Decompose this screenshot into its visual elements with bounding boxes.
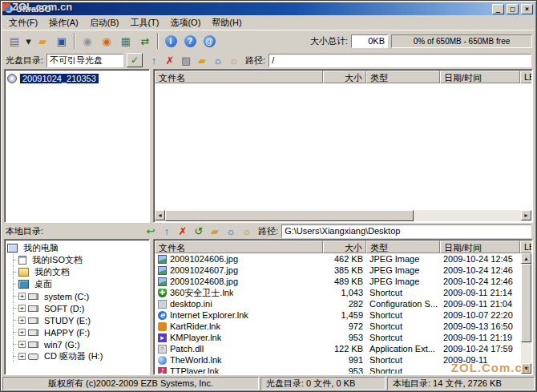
tree-item-label: win7 (G:) <box>42 340 83 350</box>
file-name-cell: ▸KMPlayer.lnk <box>155 332 323 343</box>
file-type-cell: Shortcut <box>366 309 440 321</box>
menu-item[interactable]: 帮助(H) <box>206 15 247 30</box>
mount-icon[interactable]: ▦ <box>116 32 135 50</box>
expander-icon[interactable]: + <box>18 293 26 300</box>
new-image-dropdown-icon[interactable]: ▾ <box>24 32 33 50</box>
new-image-icon[interactable]: ▤ <box>5 32 24 50</box>
new-folder-icon[interactable]: ▰ <box>207 224 223 238</box>
menu-item[interactable]: 选项(O) <box>164 15 206 30</box>
column-header[interactable]: 日期/时间 <box>440 71 520 83</box>
expander-icon[interactable]: + <box>18 305 26 312</box>
local-toolbar-buttons: ↩↑✗↺▰☼☼ <box>143 224 255 238</box>
delete-icon[interactable]: ✗ <box>162 53 178 67</box>
tree-item-label: STUDY (E:) <box>42 316 93 325</box>
scroll-up-button[interactable]: ▲ <box>521 253 531 264</box>
info-icon[interactable]: i <box>161 32 180 50</box>
expander-icon[interactable]: + <box>18 329 26 336</box>
local-path-field[interactable]: G:\Users\Xiangxiang\Desktop <box>281 224 531 238</box>
tools-icon[interactable]: ☼ <box>239 224 255 238</box>
online-icon[interactable]: @ <box>200 32 219 50</box>
make-image-icon[interactable]: ◉ <box>78 32 97 50</box>
table-row[interactable]: eInternet Explorer.lnk1,459Shortcut2009-… <box>155 309 521 321</box>
tree-item[interactable]: 桌面 <box>7 278 148 290</box>
drive-icon <box>28 293 38 300</box>
column-header[interactable]: 大小 <box>323 71 366 83</box>
expander-icon[interactable]: + <box>18 341 26 348</box>
menu-item[interactable]: 文件(F) <box>3 15 43 30</box>
expander-icon[interactable]: + <box>18 353 26 360</box>
disc-path-label: 路径: <box>245 55 265 67</box>
tree-item[interactable]: +system (C:) <box>7 290 148 302</box>
clear-icon[interactable]: ▨ <box>178 53 194 67</box>
tree-item[interactable]: +STUDY (E:) <box>7 314 148 326</box>
tools-icon[interactable]: ☼ <box>226 53 242 67</box>
column-header[interactable]: LB <box>520 71 531 83</box>
table-row[interactable]: ✚360安全卫士.lnk1,043Shortcut2009-09-11 21:1… <box>155 287 521 298</box>
convert-icon: ⇄ <box>141 36 150 46</box>
drive-icon <box>28 341 38 348</box>
tree-item[interactable]: +SOFT (D:) <box>7 302 148 314</box>
expander-icon[interactable]: + <box>18 317 26 324</box>
file-name: Internet Explorer.lnk <box>170 309 248 321</box>
tree-item-label: system (C:) <box>42 292 91 301</box>
scroll-thumb[interactable] <box>165 210 414 221</box>
scroll-thumb[interactable] <box>521 264 531 342</box>
help-icon[interactable]: ? <box>180 32 200 50</box>
table-row[interactable]: ▸KMPlayer.lnk953Shortcut2009-09-11 21:19 <box>155 332 521 343</box>
disc-tree: 20091024_210353 <box>6 71 148 221</box>
extract-icon[interactable]: ↑ <box>146 53 162 67</box>
settings-icon[interactable]: ☼ <box>223 224 239 238</box>
column-header[interactable]: 类型 <box>366 71 440 83</box>
boot-type-field[interactable]: 不可引导光盘 <box>46 54 123 67</box>
tree-item[interactable]: 我的电脑 <box>7 242 148 254</box>
title-bar: UltraISO _ □ × <box>2 2 535 15</box>
tree-item[interactable]: 我的文档 <box>7 266 148 278</box>
tree-item[interactable]: 我的ISO文档 <box>7 254 148 266</box>
tree-item-label: CD 驱动器 (H:) <box>42 350 105 362</box>
music-icon: ♪ <box>158 367 167 374</box>
menu-item[interactable]: 启动(B) <box>84 15 125 30</box>
column-header[interactable]: 日期/时间 <box>440 240 520 253</box>
settings-icon[interactable]: ☼ <box>210 53 226 67</box>
tree-item[interactable]: +CD 驱动器 (H:) <box>7 350 148 362</box>
disc-path-field[interactable]: / <box>268 54 531 67</box>
file-name: desktop.ini <box>170 298 212 309</box>
settings-icon: ☼ <box>213 55 223 66</box>
open-image-icon[interactable]: ▰ <box>33 32 52 50</box>
tree-item-disc-root[interactable]: 20091024_210353 <box>7 72 148 84</box>
refresh-icon[interactable]: ↺ <box>191 224 207 238</box>
table-row[interactable]: 20091024606.jpg462 KBJPEG Image2009-10-2… <box>155 253 521 265</box>
up-icon[interactable]: ↑ <box>159 224 175 238</box>
column-header[interactable]: 文件名 <box>155 240 323 253</box>
minimize-button[interactable]: _ <box>492 4 504 14</box>
table-row[interactable]: KartRider.lnk972Shortcut2009-09-13 16:50 <box>155 321 521 332</box>
column-header[interactable]: LB <box>520 240 531 253</box>
delete-icon[interactable]: ✗ <box>175 224 191 238</box>
new-folder-icon[interactable]: ▰ <box>194 53 210 67</box>
table-row[interactable]: ◦Patch.dll122 KBApplication Ext...2009-1… <box>155 343 521 354</box>
scroll-track[interactable] <box>414 210 521 221</box>
scroll-left-button[interactable]: ◄ <box>155 210 165 220</box>
save-icon[interactable]: ▣ <box>52 32 71 50</box>
tree-item[interactable]: +win7 (G:) <box>7 338 148 350</box>
size-total-group: 大小总计: 0KB 0% of 650MB - 650MB free <box>310 34 532 48</box>
table-row[interactable]: desktop.ini282Configuration S...2009-09-… <box>155 298 521 309</box>
back-icon[interactable]: ↩ <box>143 224 159 238</box>
column-header[interactable]: 文件名 <box>155 71 323 83</box>
menu-item[interactable]: 工具(T) <box>124 15 164 30</box>
watermark-top: ZOL.com.cn <box>2 1 72 13</box>
maximize-button[interactable]: □ <box>507 4 519 14</box>
scroll-right-button[interactable]: ► <box>521 210 531 220</box>
column-header[interactable]: 类型 <box>366 240 440 253</box>
disc-panels: 20091024_210353 文件名大小类型日期/时间LB ◄ ► <box>2 69 535 223</box>
convert-icon[interactable]: ⇄ <box>135 32 155 50</box>
image-file-icon <box>158 266 167 275</box>
tree-item[interactable]: +HAPPY (F:) <box>7 326 148 338</box>
table-row[interactable]: 20091024608.jpg489 KBJPEG Image2009-10-2… <box>155 276 521 287</box>
burn-icon[interactable]: ◉ <box>97 32 116 50</box>
column-header[interactable]: 大小 <box>323 240 366 253</box>
menu-item[interactable]: 操作(A) <box>43 15 84 30</box>
boot-check-button[interactable]: ✓ <box>127 53 143 67</box>
close-button[interactable]: × <box>521 4 533 14</box>
table-row[interactable]: 20091024607.jpg385 KBJPEG Image2009-10-2… <box>155 265 521 276</box>
